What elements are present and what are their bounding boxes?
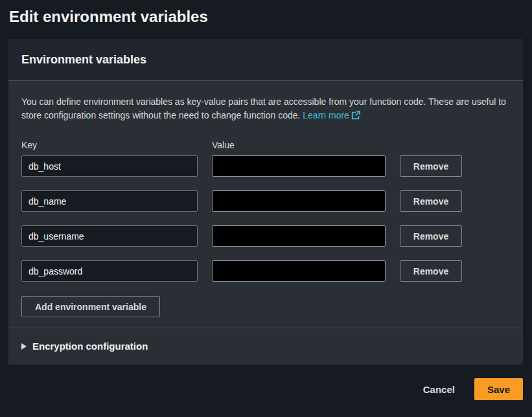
learn-more-link[interactable]: Learn more: [303, 110, 360, 120]
panel-body: You can define environment variables as …: [8, 81, 523, 328]
remove-button[interactable]: Remove: [400, 260, 462, 282]
key-column-label: Key: [21, 139, 198, 151]
external-link-icon: [351, 111, 360, 120]
description-text: You can define environment variables as …: [21, 96, 506, 120]
value-input[interactable]: [212, 190, 386, 212]
remove-button[interactable]: Remove: [400, 155, 462, 177]
panel-description: You can define environment variables as …: [21, 95, 510, 122]
remove-button[interactable]: Remove: [400, 190, 462, 212]
key-input[interactable]: [21, 155, 198, 177]
actions-column-spacer: [400, 139, 462, 151]
value-input[interactable]: [212, 225, 386, 247]
encryption-configuration-expander[interactable]: Encryption configuration: [8, 328, 523, 365]
panel-header-title: Environment variables: [21, 53, 146, 66]
encryption-configuration-label: Encryption configuration: [32, 341, 148, 352]
value-input[interactable]: [212, 260, 386, 282]
page-title: Edit environment variables: [9, 7, 523, 27]
save-button[interactable]: Save: [474, 378, 523, 400]
remove-button[interactable]: Remove: [400, 225, 462, 247]
panel-header: Environment variables: [8, 39, 523, 81]
cancel-button[interactable]: Cancel: [422, 380, 456, 399]
footer-actions: Cancel Save: [0, 365, 532, 400]
expand-caret-icon: [21, 343, 27, 350]
key-input[interactable]: [21, 225, 198, 247]
key-input[interactable]: [21, 190, 198, 212]
add-environment-variable-button[interactable]: Add environment variable: [21, 296, 160, 317]
value-column-label: Value: [212, 139, 386, 151]
learn-more-label: Learn more: [303, 110, 349, 120]
environment-variables-panel: Environment variables You can define env…: [8, 39, 523, 365]
value-input[interactable]: [212, 155, 386, 177]
key-input[interactable]: [21, 260, 198, 282]
environment-variables-grid: Key Value Remove Remove Remove: [21, 139, 510, 295]
